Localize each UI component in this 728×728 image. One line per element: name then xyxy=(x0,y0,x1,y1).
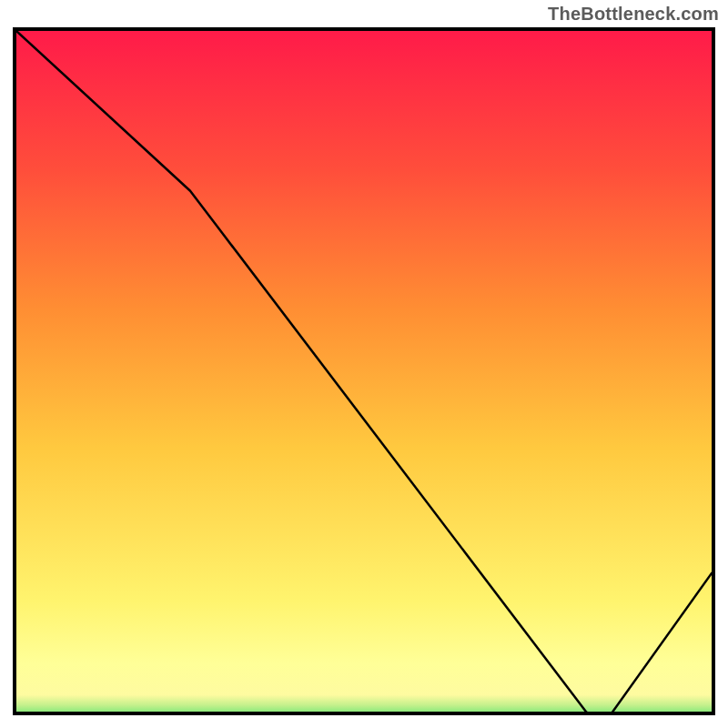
plot-frame xyxy=(13,27,715,715)
attribution-text: TheBottleneck.com xyxy=(548,4,719,25)
data-line xyxy=(16,31,712,715)
chart-container: TheBottleneck.com xyxy=(0,0,728,728)
